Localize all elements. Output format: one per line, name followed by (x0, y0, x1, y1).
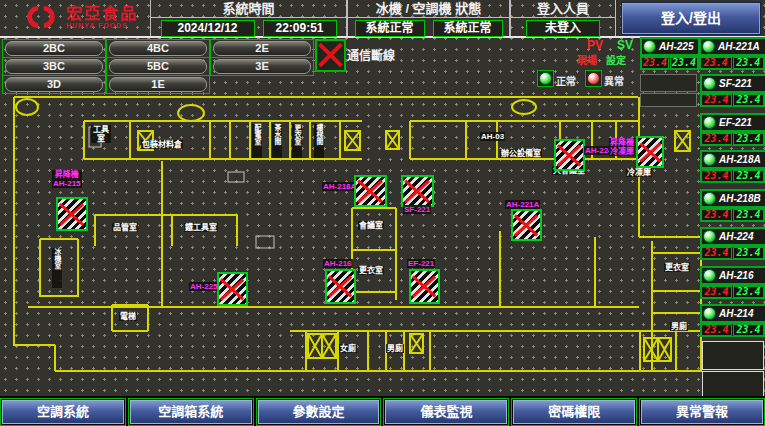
bottom-nav-bar: 空調系統 空調箱系統 參數設定 儀表監視 密碼權限 異常警報 (0, 396, 765, 426)
sv-name-label: 設定 (606, 52, 626, 67)
nav-button-parameter-settings[interactable]: 參數設定 (258, 400, 380, 424)
unit-ah-218b[interactable]: AH-218B (700, 189, 765, 208)
pv-name-label: 現場 (577, 52, 597, 67)
nav-cell: 空調箱系統 (128, 398, 254, 426)
room-label-packaging: 包裝材料倉 (141, 140, 183, 149)
nav-button-ac-system[interactable]: 空調系統 (2, 400, 124, 424)
room-label-women-toilet: 女廁 (339, 344, 357, 353)
unit-values-sf-221: 23.423.4 (700, 93, 765, 107)
equipment-status-icon-ah218a[interactable] (354, 175, 387, 207)
unit-lamp-icon (702, 40, 715, 53)
unit-ah-216[interactable]: AH-216 (700, 266, 765, 285)
unit-values-ef-221: 23.423.4 (700, 132, 765, 146)
equipment-status-icon-ah216[interactable] (325, 269, 356, 304)
room-label-qc: 品管室 (112, 223, 138, 232)
floor-cell: 2E (210, 39, 314, 58)
nav-cell: 參數設定 (256, 398, 382, 426)
system-time-section: 系統時間 2024/12/12 22:09:51 (150, 0, 347, 36)
login-logout-button[interactable]: 登入/登出 (622, 3, 760, 34)
room-label-meeting: 會議室 (358, 221, 384, 230)
equipment-label-ah218a: AH-218A (322, 182, 357, 191)
room-label-freezer: 冷凍庫 (626, 168, 652, 177)
app-logo: 宏亞食品 HUNYA FOODS (22, 2, 138, 32)
nav-button-password-permission[interactable]: 密碼權限 (513, 400, 635, 424)
unit-ah-225[interactable]: AH-225 (640, 37, 700, 56)
nav-button-meter-monitor[interactable]: 儀表監視 (385, 400, 507, 424)
room-label-men-toilet2: 男廁 (670, 322, 688, 331)
normal-lamp-icon (537, 70, 554, 87)
unit-ah-218a[interactable]: AH-218A (700, 150, 765, 169)
unit-ah-214[interactable]: AH-214 (700, 304, 765, 323)
floor-cell: 3E (210, 57, 314, 76)
unit-lamp-icon (703, 116, 716, 129)
room-label-small1: 配電室 (252, 124, 262, 158)
room-label-tool2: 鐵工具室 (184, 223, 218, 232)
nav-button-alarm[interactable]: 異常警報 (641, 400, 763, 424)
equipment-status-icon-ah224[interactable] (554, 139, 585, 171)
system-time-label: 系統時間 (151, 0, 346, 18)
equipment-status-icon-freezer-lift[interactable] (636, 136, 664, 168)
floor-cell: 1E (106, 75, 210, 94)
unit-values-ah-224: 23.423.4 (700, 246, 765, 260)
floor-cell: 3BC (2, 57, 106, 76)
empty-slot (640, 93, 697, 107)
pv-label: PV (587, 38, 603, 52)
unit-sf-221[interactable]: SF-221 (700, 74, 765, 93)
unit-lamp-icon (703, 192, 716, 205)
nav-button-ahu-system[interactable]: 空調箱系統 (130, 400, 252, 424)
sv-label: SV (617, 38, 633, 52)
room-label-small4: 樓梯間 (314, 124, 324, 158)
floor-button-2bc[interactable]: 2BC (5, 41, 103, 56)
equipment-label-freezer-lift: 昇降機冷凍庫 (609, 138, 635, 156)
unit-values-ah-216: 23.423.4 (700, 285, 765, 299)
floor-button-1e[interactable]: 1E (109, 77, 207, 92)
floor-cell: 5BC (106, 57, 210, 76)
unit-values-ah-214: 23.423.4 (700, 323, 765, 337)
equipment-label-sf221: SF-221 (403, 205, 431, 214)
floor-button-3e[interactable]: 3E (213, 59, 311, 74)
unit-ah-221a[interactable]: AH-221A (699, 37, 765, 56)
unit-ef-221[interactable]: EF-221 (700, 113, 765, 132)
floor-button-3d[interactable]: 3D (5, 77, 103, 92)
floor-button-4bc[interactable]: 4BC (109, 41, 207, 56)
equipment-status-icon-ah215[interactable] (56, 197, 88, 231)
floor-cell: 4BC (106, 39, 210, 58)
unit-lamp-icon (703, 77, 716, 90)
unit-lamp-icon (643, 40, 656, 53)
machine-status-section: 冰機 / 空調機 狀態 系統正常 系統正常 (347, 0, 510, 36)
normal-label: 正常 (556, 73, 576, 88)
nav-cell: 儀表監視 (383, 398, 509, 426)
floor-cell: 2BC (2, 39, 106, 58)
empty-unit-slot (702, 371, 764, 397)
floor-button-2e[interactable]: 2E (213, 41, 311, 56)
abnormal-lamp-icon (585, 70, 602, 87)
unit-lamp-icon (703, 269, 716, 282)
floor-button-3bc[interactable]: 3BC (5, 59, 103, 74)
equipment-status-icon-ah221a[interactable] (511, 209, 542, 241)
floor-cell: 3D (2, 75, 106, 94)
room-label-ah03: AH-03 (480, 132, 505, 141)
unit-values-ah-221a: 23.423.4 (699, 56, 765, 70)
floor-button-5bc[interactable]: 5BC (109, 59, 207, 74)
login-label: 登入人員 (511, 0, 615, 18)
equipment-status-icon-sf221[interactable] (401, 175, 434, 207)
unit-values-ah-225: 23.423.4 (640, 56, 699, 70)
nav-cell: 空調系統 (0, 398, 126, 426)
room-label-elevator: 電梯 (119, 312, 137, 321)
machine-status-label: 冰機 / 空調機 狀態 (348, 0, 509, 18)
logo-subtitle: HUNYA FOODS (66, 22, 138, 29)
equipment-label-ef221: EF-221 (407, 259, 435, 268)
ac-status: 系統正常 (433, 20, 503, 37)
equipment-status-icon-ah225[interactable] (217, 272, 248, 306)
equipment-label-ah216: AH-216 (323, 259, 353, 268)
unit-ah-224[interactable]: AH-224 (700, 227, 765, 246)
equipment-status-icon-ef221[interactable] (409, 269, 440, 304)
unit-values-ah-218a: 23.423.4 (700, 169, 765, 183)
room-label-tool: 工具室 (91, 125, 111, 143)
date-display: 2024/12/12 (161, 20, 255, 37)
time-display: 22:09:51 (263, 20, 337, 37)
room-label-men-toilet: 男廁 (386, 344, 404, 353)
equipment-label-ah215: 昇降機AH-215 (52, 170, 82, 188)
nav-cell: 異常警報 (639, 398, 765, 426)
logo-title: 宏亞食品 (66, 5, 138, 22)
